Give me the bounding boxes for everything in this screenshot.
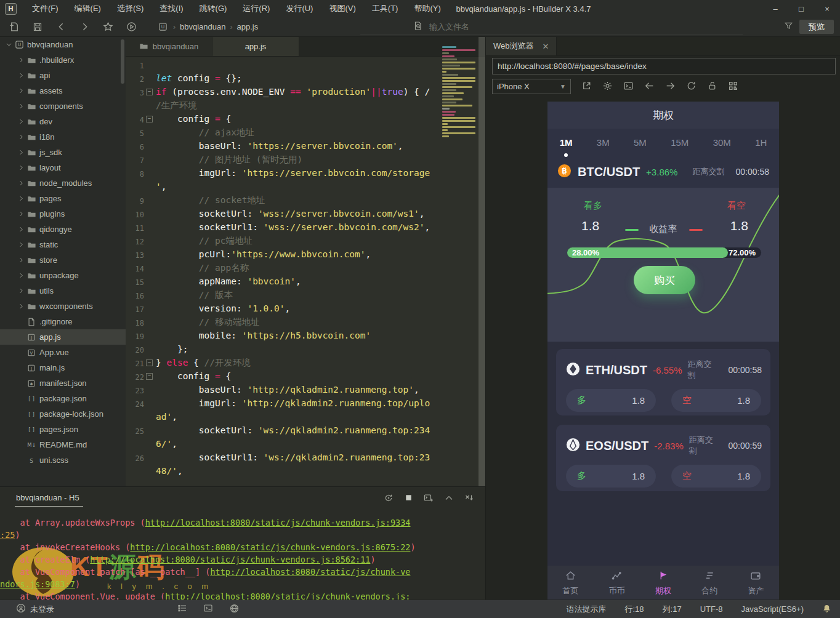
close-icon[interactable]: ✕ xyxy=(543,42,549,51)
menu-查找(I)[interactable]: 查找(I) xyxy=(151,0,191,17)
run-icon[interactable] xyxy=(122,20,140,34)
star-icon[interactable] xyxy=(99,20,117,34)
stack-link[interactable]: http://localhost:8080/static/js/chunk-ve xyxy=(210,567,410,577)
clear-icon[interactable] xyxy=(464,493,474,505)
restart-icon[interactable] xyxy=(384,493,394,505)
bell-icon[interactable] xyxy=(822,604,831,615)
tree-item-App.vue[interactable]: V App.vue xyxy=(0,345,126,360)
menu-文件(F)[interactable]: 文件(F) xyxy=(24,0,67,17)
tree-item-wxcomponents[interactable]: wxcomponents xyxy=(0,299,126,314)
tree-item-package.json[interactable]: [ ] package.json xyxy=(0,391,126,406)
tree-item-manifest.json[interactable]: ✱ manifest.json xyxy=(0,375,126,391)
new-file-icon[interactable] xyxy=(5,20,23,34)
status-语法提示库[interactable]: 语法提示库 xyxy=(566,604,606,615)
tree-item-pages.json[interactable]: [ ] pages.json xyxy=(0,422,126,437)
long-pill[interactable]: 多 1.8 xyxy=(566,465,656,488)
console-tab[interactable]: bbvqianduan - H5 xyxy=(15,491,83,507)
device-select[interactable]: iPhone X ▼ xyxy=(492,79,571,94)
tree-item-i18n[interactable]: i18n xyxy=(0,129,126,145)
nav-币币[interactable]: 币币 xyxy=(594,566,640,600)
tree-item-components[interactable]: components xyxy=(0,98,126,114)
preview-button[interactable]: 预览 xyxy=(799,20,834,34)
tree-item-app.js[interactable]: J app.js xyxy=(0,329,126,345)
arrow-right-icon[interactable] xyxy=(665,81,676,93)
filter-icon[interactable] xyxy=(784,21,793,32)
tree-item-uni.scss[interactable]: S uni.scss xyxy=(0,452,126,468)
url-input[interactable]: http://localhost:8080/#/pages/base/index xyxy=(492,58,836,74)
timeframe-1H[interactable]: 1H xyxy=(755,135,767,150)
breadcrumb-file[interactable]: app.js xyxy=(236,22,258,31)
close-button[interactable]: × xyxy=(814,0,840,17)
breadcrumb-project[interactable]: bbvqianduan xyxy=(180,22,225,31)
timeframe-15M[interactable]: 15M xyxy=(671,135,689,150)
tree-item-dev[interactable]: dev xyxy=(0,114,126,129)
editor-tab-app.js[interactable]: app.js xyxy=(212,37,299,56)
fold-marker-icon[interactable]: − xyxy=(144,112,155,126)
globe-icon[interactable] xyxy=(229,603,240,616)
collapse-icon[interactable] xyxy=(444,493,454,505)
tree-item-main.js[interactable]: J main.js xyxy=(0,360,126,375)
file-search-input[interactable]: 输入文件名 xyxy=(360,20,743,34)
buy-button[interactable]: 购买 xyxy=(634,266,695,294)
terminal-icon[interactable] xyxy=(623,81,634,93)
unlock-icon[interactable] xyxy=(707,81,717,93)
login-status[interactable]: 未登录 xyxy=(16,603,54,615)
tree-item-layout[interactable]: layout xyxy=(0,160,126,175)
status-JavaScript(ES6+)[interactable]: JavaScript(ES6+) xyxy=(741,604,804,614)
open-external-icon[interactable] xyxy=(581,81,592,93)
gear-icon[interactable] xyxy=(602,81,613,93)
timeframe-3M[interactable]: 3M xyxy=(597,135,610,150)
tree-item-js_sdk[interactable]: js_sdk xyxy=(0,145,126,160)
tree-item-unpackage[interactable]: unpackage xyxy=(0,268,126,283)
browser-tab[interactable]: Web浏览器 ✕ xyxy=(486,37,557,55)
tree-item-api[interactable]: api xyxy=(0,68,126,83)
stop-icon[interactable] xyxy=(404,493,413,505)
tree-item-assets[interactable]: assets xyxy=(0,83,126,98)
back-icon[interactable] xyxy=(52,20,70,34)
nav-首页[interactable]: 首页 xyxy=(547,566,594,600)
menu-发行(U)[interactable]: 发行(U) xyxy=(278,0,321,17)
menu-编辑(E)[interactable]: 编辑(E) xyxy=(67,0,109,17)
timeframe-5M[interactable]: 5M xyxy=(634,135,647,150)
status-行:18[interactable]: 行:18 xyxy=(624,604,644,615)
editor-scrollbar[interactable] xyxy=(479,37,485,486)
menu-视图(V)[interactable]: 视图(V) xyxy=(321,0,363,17)
editor-tab-bbvqianduan[interactable]: bbvqianduan xyxy=(126,37,212,56)
tree-item-static[interactable]: static xyxy=(0,237,126,252)
minimize-button[interactable]: – xyxy=(762,0,788,17)
stack-link[interactable]: ndors.js:9083:7 xyxy=(0,579,75,589)
tree-item-store[interactable]: store xyxy=(0,252,126,268)
coin-card-EOS/USDT[interactable]: EOS/USDT -2.83% 距离交割 00:00:59 多 1.8 空 1.… xyxy=(556,425,770,491)
tree-item-utils[interactable]: utils xyxy=(0,283,126,299)
tree-item-node_modules[interactable]: node_modules xyxy=(0,175,126,191)
status-列:17[interactable]: 列:17 xyxy=(663,604,682,615)
tree-item-.hbuilderx[interactable]: .hbuilderx xyxy=(0,52,126,68)
console-add-icon[interactable] xyxy=(424,493,434,505)
qr-code-icon[interactable] xyxy=(728,81,738,93)
btc-row[interactable]: B BTC/USDT +3.86% 距离交割 00:00:58 xyxy=(547,156,779,188)
fold-marker-icon[interactable]: − xyxy=(144,369,155,383)
stack-link[interactable]: http://localhost:8080/static/js/chunk-ve… xyxy=(90,555,370,564)
menu-运行(R)[interactable]: 运行(R) xyxy=(235,0,278,17)
tree-item-pages[interactable]: pages xyxy=(0,191,126,206)
timeframe-30M[interactable]: 30M xyxy=(713,135,731,150)
tree-item-package-lock.json[interactable]: [ ] package-lock.json xyxy=(0,406,126,422)
list-icon[interactable] xyxy=(177,603,187,615)
save-icon[interactable] xyxy=(28,20,47,34)
tree-item-README.md[interactable]: M↓ README.md xyxy=(0,437,126,452)
arrow-left-icon[interactable] xyxy=(644,81,655,93)
nav-期权[interactable]: 期权 xyxy=(640,566,686,600)
tree-item-bbvqianduan[interactable]: U bbvqianduan xyxy=(0,37,126,52)
refresh-icon[interactable] xyxy=(686,81,697,93)
stack-link[interactable]: http://localhost:8080/static/js/chunk-ve… xyxy=(145,518,411,528)
stack-link[interactable]: :25 xyxy=(0,530,15,540)
stack-link[interactable]: http://localhost:8080/static/js/chunk-ve… xyxy=(130,542,410,552)
fold-marker-icon[interactable]: − xyxy=(144,85,155,98)
forward-icon[interactable] xyxy=(75,20,94,34)
menu-跳转(G)[interactable]: 跳转(G) xyxy=(192,0,235,17)
coin-card-ETH/USDT[interactable]: ETH/USDT -6.55% 距离交割 00:00:58 多 1.8 空 1.… xyxy=(556,349,770,415)
tree-item-.gitignore[interactable]: .gitignore xyxy=(0,314,126,329)
short-pill[interactable]: 空 1.8 xyxy=(671,465,761,488)
fold-marker-icon[interactable]: − xyxy=(144,356,155,369)
timeframe-1M[interactable]: 1M xyxy=(560,135,573,150)
